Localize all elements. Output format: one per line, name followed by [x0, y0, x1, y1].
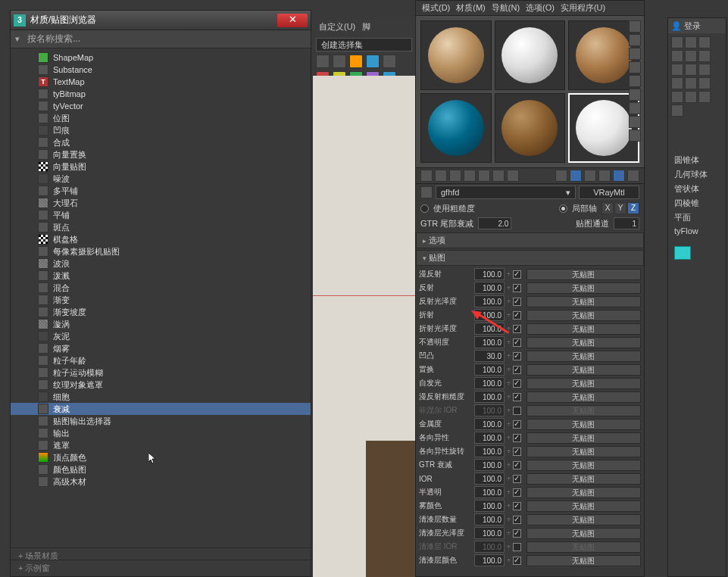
- map-slot-button[interactable]: 无贴图: [526, 323, 641, 335]
- menu-item[interactable]: 模式(D): [420, 2, 451, 14]
- tab-icon[interactable]: [671, 50, 683, 62]
- toolbar-icon[interactable]: [492, 170, 505, 182]
- delete-icon[interactable]: [478, 170, 490, 182]
- map-item[interactable]: 大理石: [11, 197, 311, 209]
- sample-slot[interactable]: [495, 93, 566, 163]
- spinner-arrows-icon[interactable]: ÷: [507, 461, 511, 469]
- map-slot-button[interactable]: 无贴图: [526, 391, 641, 403]
- map-enable-checkbox[interactable]: [513, 488, 521, 497]
- map-item[interactable]: 位图: [11, 112, 311, 124]
- spinner-arrows-icon[interactable]: ÷: [507, 325, 511, 332]
- tab-icon[interactable]: [685, 91, 697, 103]
- spinner-arrows-icon[interactable]: ÷: [507, 393, 511, 401]
- tab-icon[interactable]: [671, 77, 683, 89]
- map-item[interactable]: 渐变坡度: [11, 306, 311, 318]
- primitive-button[interactable]: 四棱锥: [671, 196, 723, 211]
- map-amount-spinner[interactable]: 100.0: [474, 336, 505, 348]
- map-amount-spinner[interactable]: 100.0: [474, 323, 505, 335]
- map-enable-checkbox[interactable]: [513, 352, 521, 360]
- xyz-toggle[interactable]: XYZ: [601, 202, 639, 214]
- map-item[interactable]: ShapeMap: [11, 51, 311, 64]
- map-item[interactable]: 向量置换: [11, 148, 311, 161]
- color-swatch[interactable]: [674, 246, 691, 260]
- map-amount-spinner[interactable]: 100.0: [474, 554, 505, 566]
- map-item[interactable]: 斑点: [11, 221, 311, 233]
- spinner-arrows-icon[interactable]: ÷: [507, 420, 511, 428]
- side-icon[interactable]: [629, 20, 641, 33]
- sample-slot[interactable]: [420, 93, 492, 163]
- tab-icon[interactable]: [671, 91, 683, 103]
- create-tab-icon[interactable]: [671, 36, 683, 48]
- spinner-arrows-icon[interactable]: ÷: [507, 284, 511, 292]
- bg-menu-item[interactable]: 自定义(U): [319, 22, 355, 31]
- toolbar-icon[interactable]: [316, 55, 330, 68]
- menu-item[interactable]: 实用程序(U): [559, 2, 607, 14]
- map-enable-checkbox[interactable]: [513, 325, 521, 333]
- toolbar-icon[interactable]: [333, 55, 346, 68]
- tab-icon[interactable]: [698, 36, 711, 48]
- map-amount-spinner[interactable]: 100.0: [474, 295, 505, 307]
- map-amount-spinner[interactable]: 100.0: [474, 500, 505, 512]
- map-enable-checkbox[interactable]: [513, 475, 521, 483]
- map-item[interactable]: 凹痕: [11, 124, 311, 136]
- map-item[interactable]: 向量贴图: [11, 161, 311, 173]
- toolbar-icon[interactable]: [464, 170, 476, 182]
- map-amount-spinner[interactable]: 100.0: [474, 282, 505, 294]
- use-roughness-radio[interactable]: [420, 204, 429, 213]
- map-enable-checkbox[interactable]: [513, 284, 521, 292]
- map-amount-spinner[interactable]: 100.0: [474, 432, 505, 444]
- spinner-arrows-icon[interactable]: ÷: [507, 434, 511, 441]
- map-slot-button[interactable]: 无贴图: [526, 487, 641, 498]
- primitive-button[interactable]: 管状体: [671, 182, 723, 196]
- spinner-arrows-icon[interactable]: ÷: [507, 338, 511, 346]
- toolbar-icon[interactable]: [613, 170, 625, 182]
- map-item[interactable]: 细胞: [11, 391, 311, 403]
- map-amount-spinner[interactable]: 100.0: [474, 309, 505, 321]
- map-slot-button[interactable]: 无贴图: [526, 310, 641, 321]
- spinner-arrows-icon[interactable]: ÷: [507, 298, 511, 305]
- spinner-arrows-icon[interactable]: ÷: [507, 516, 511, 523]
- titlebar[interactable]: 3 材质/贴图浏览器 ✕: [11, 11, 311, 30]
- map-amount-spinner[interactable]: 100.0: [474, 445, 505, 457]
- toolbar-icon[interactable]: [507, 170, 519, 182]
- map-item[interactable]: 棋盘格: [11, 233, 311, 245]
- spinner-arrows-icon[interactable]: ÷: [507, 270, 511, 278]
- toolbar-icon[interactable]: [349, 55, 363, 68]
- map-item[interactable]: 衰减: [11, 403, 311, 415]
- map-item[interactable]: Substance: [11, 64, 311, 76]
- map-slot-button[interactable]: 无贴图: [526, 446, 641, 457]
- map-item[interactable]: 渐变: [11, 294, 311, 306]
- map-item[interactable]: tyBitmap: [11, 88, 311, 100]
- map-enable-checkbox[interactable]: [513, 379, 521, 388]
- modify-tab-icon[interactable]: [685, 36, 697, 48]
- tab-icon[interactable]: [698, 50, 711, 62]
- side-icon[interactable]: [629, 116, 641, 128]
- side-icon[interactable]: [629, 61, 641, 73]
- map-enable-checkbox[interactable]: [513, 434, 521, 442]
- map-item[interactable]: 纹理对象遮罩: [11, 379, 311, 391]
- map-amount-spinner[interactable]: 100.0: [474, 418, 505, 430]
- tab-icon[interactable]: [671, 64, 683, 76]
- map-slot-button[interactable]: 无贴图: [526, 351, 641, 362]
- map-item[interactable]: 波浪: [11, 257, 311, 270]
- map-slot-button[interactable]: 无贴图: [526, 337, 641, 348]
- map-item[interactable]: 灰泥: [11, 330, 311, 342]
- map-enable-checkbox[interactable]: [513, 407, 521, 415]
- tab-icon[interactable]: [671, 104, 683, 117]
- map-enable-checkbox[interactable]: [513, 366, 521, 374]
- sample-slot[interactable]: [495, 20, 566, 90]
- menu-item[interactable]: 选项(O): [524, 2, 556, 14]
- material-type-button[interactable]: VRayMtl: [579, 186, 639, 199]
- primitive-button[interactable]: 几何球体: [671, 167, 723, 182]
- side-icon[interactable]: [629, 75, 641, 87]
- map-item[interactable]: 遮罩: [11, 439, 311, 451]
- menu-item[interactable]: 材质(M): [455, 2, 487, 14]
- viewport[interactable]: [313, 76, 415, 577]
- map-slot-button[interactable]: 无贴图: [526, 282, 641, 294]
- map-slot-button[interactable]: 无贴图: [526, 364, 641, 376]
- map-item[interactable]: TTextMap: [11, 76, 311, 88]
- tab-icon[interactable]: [698, 77, 711, 89]
- channel-spinner[interactable]: 1: [614, 217, 639, 229]
- tab-icon[interactable]: [685, 50, 697, 62]
- side-icon[interactable]: [629, 34, 641, 46]
